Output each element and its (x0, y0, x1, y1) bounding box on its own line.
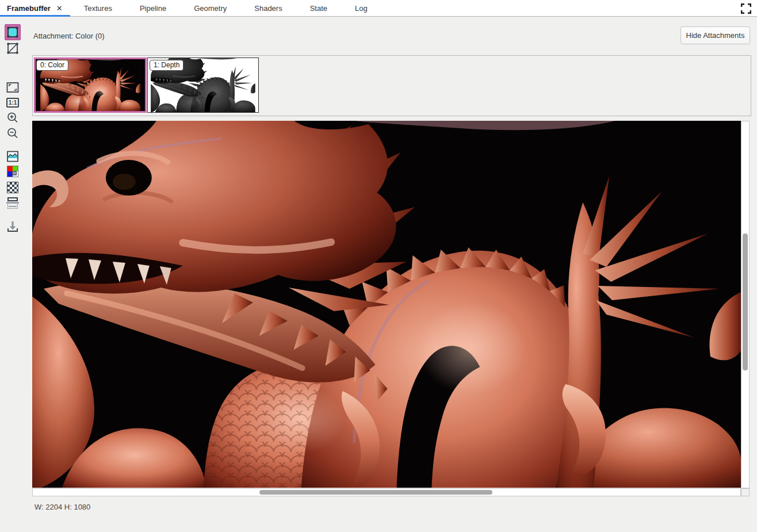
framebuffer-render (32, 121, 741, 488)
attachment-badge: 0: Color (36, 60, 68, 71)
zoom-out-icon (6, 127, 19, 140)
checkerboard-icon (7, 182, 18, 193)
color-channels-icon (7, 166, 18, 177)
tab-shaders[interactable]: Shaders (240, 0, 296, 16)
background-pattern-button[interactable] (5, 179, 21, 196)
tab-textures[interactable]: Textures (70, 0, 126, 16)
zoom-out-button[interactable] (5, 125, 21, 141)
tab-pipeline-label: Pipeline (140, 4, 166, 13)
histogram-icon (6, 150, 19, 163)
tab-log-label: Log (355, 4, 368, 13)
save-image-icon (6, 220, 19, 233)
tab-shaders-label: Shaders (254, 4, 282, 13)
tab-state[interactable]: State (296, 0, 341, 16)
tab-state-label: State (310, 4, 327, 13)
tab-log[interactable]: Log (341, 0, 381, 16)
attachment-thumbnail-color[interactable]: 0: Color (34, 58, 147, 113)
attachment-badge: 1: Depth (150, 60, 183, 71)
zoom-to-fit-button[interactable] (5, 79, 21, 95)
hide-attachments-button[interactable]: Hide Attachments (680, 26, 750, 44)
tab-framebuffer-label: Framebuffer (7, 4, 51, 13)
save-image-button[interactable] (5, 219, 21, 235)
zoom-in-button[interactable] (5, 110, 21, 126)
tab-bar: Framebuffer ✕ Textures Pipeline Geometry… (0, 0, 757, 17)
horizontal-scrollbar-thumb[interactable] (259, 490, 492, 495)
scrollbar-corner (741, 488, 750, 496)
depth-buffer-button[interactable] (5, 40, 21, 56)
tab-geometry[interactable]: Geometry (180, 0, 240, 16)
one-to-one-icon: 1:1 (6, 98, 19, 108)
zoom-actual-button[interactable]: 1:1 (5, 94, 21, 110)
tab-pipeline[interactable]: Pipeline (126, 0, 180, 16)
depth-buffer-icon (6, 42, 19, 55)
vertical-scrollbar[interactable] (741, 121, 750, 488)
flip-vertically-button[interactable] (5, 195, 21, 211)
color-buffer-icon (6, 26, 19, 39)
framebuffer-image[interactable] (32, 121, 741, 488)
histogram-button[interactable] (5, 148, 21, 164)
attachments-strip: 0: Color 1: Depth (32, 55, 751, 116)
color-buffer-button[interactable] (5, 24, 21, 40)
close-tab-icon[interactable]: ✕ (56, 4, 63, 13)
attachment-thumbnail-depth[interactable]: 1: Depth (147, 58, 259, 113)
tab-textures-label: Textures (84, 4, 112, 13)
fullscreen-icon[interactable] (740, 2, 752, 15)
tab-geometry-label: Geometry (194, 4, 227, 13)
viewer-toolbar: 1:1 (0, 17, 25, 532)
vertical-scrollbar-thumb[interactable] (743, 234, 748, 370)
tab-framebuffer[interactable]: Framebuffer ✕ (0, 0, 70, 16)
horizontal-scrollbar[interactable] (32, 488, 741, 496)
zoom-in-icon (6, 112, 19, 124)
channels-button[interactable] (5, 163, 21, 179)
attachment-label: Attachment: Color (0) (33, 32, 105, 40)
zoom-fit-icon (6, 81, 19, 94)
image-size-status: W: 2204 H: 1080 (35, 503, 90, 511)
flip-vertical-icon (6, 197, 19, 209)
